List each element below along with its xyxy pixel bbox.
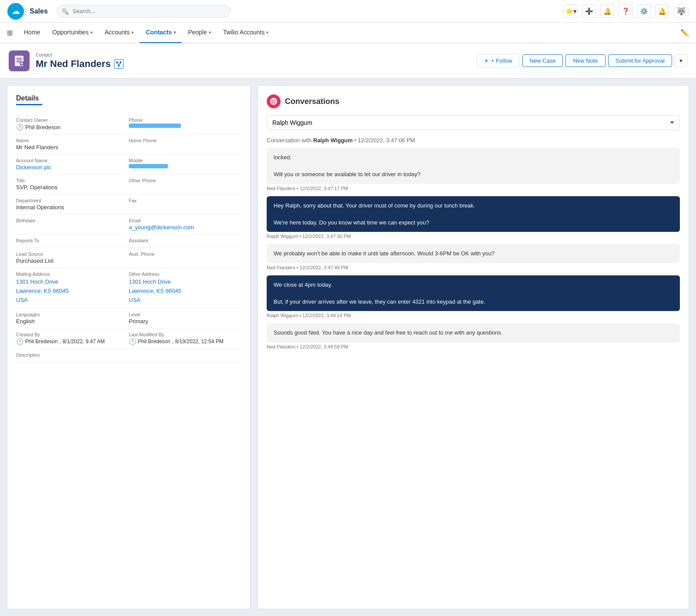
field-level: Level Primary ✏️ [129, 308, 241, 328]
record-header: Contact Mr Ned Flanders + + Follow New C… [0, 44, 696, 78]
nav-people[interactable]: People ▾ [182, 22, 217, 43]
field-fax: Fax ✏️ [129, 194, 241, 214]
content-area: Details Contact Owner 🕐 Phil Bredeson ✏️… [0, 78, 696, 616]
field-department: Department Internal Operations ✏️ [16, 194, 129, 214]
account-name-value[interactable]: Dickenson plc [16, 164, 129, 171]
field-last-modified-by: Last Modified By 🕐 Phil Bredeson, 8/19/2… [129, 328, 241, 349]
search-icon: 🔍 [62, 8, 69, 14]
level-value: Primary [129, 318, 241, 325]
contact-owner-value[interactable]: Phil Bredeson [25, 124, 60, 131]
nav-edit-icon[interactable]: ✏️ [680, 29, 689, 37]
created-by-icon: 🕐 [16, 338, 23, 345]
record-actions: + + Follow New Case New Note Submit for … [477, 54, 687, 68]
add-button[interactable]: ➕ [582, 4, 596, 18]
search-input[interactable] [57, 5, 231, 17]
created-by-link[interactable]: Phil Bredeson [25, 338, 58, 345]
message-bubble-2: Hey Ralph, sorry about that. Your driver… [267, 196, 680, 232]
phone-bar [129, 124, 181, 128]
favorites-button[interactable]: ⭐▾ [564, 4, 578, 18]
details-panel: Details Contact Owner 🕐 Phil Bredeson ✏️… [7, 85, 251, 609]
modified-by-link[interactable]: Phil Bredeson [138, 338, 171, 345]
field-contact-owner: Contact Owner 🕐 Phil Bredeson ✏️ [16, 114, 129, 134]
message-1: locked.Will you or someone be available … [267, 148, 680, 191]
conversations-title: Conversations [285, 97, 339, 106]
actions-dropdown-button[interactable]: ▾ [675, 54, 687, 67]
contact-selector[interactable]: Ralph Wiggum [267, 115, 680, 130]
message-3: We probably won't be able to make it unt… [267, 244, 680, 270]
bell-button[interactable]: 🔔 [655, 4, 669, 18]
name-value: Mr Ned Flanders [16, 144, 129, 151]
nav-accounts[interactable]: Accounts ▾ [99, 22, 140, 43]
field-title: Title SVP, Operations ✏️ [16, 174, 129, 194]
message-bubble-3: We probably won't be able to make it unt… [267, 244, 680, 263]
field-mailing-address: Mailing Address 1301 Hoch DriveLawrence,… [16, 268, 129, 308]
record-info: Contact Mr Ned Flanders [36, 52, 124, 70]
field-other-address: Other Address 1301 Hoch DriveLawrence, K… [129, 268, 241, 308]
field-phone: Phone ✏️ [129, 114, 241, 134]
field-other-phone: Other Phone ✏️ [129, 174, 241, 194]
field-birthdate: Birthdate ✏️ [16, 214, 129, 234]
message-meta-2: Ralph Wiggum • 12/2/2022, 3:47:30 PM [267, 234, 680, 239]
field-name: Name Mr Ned Flanders ✏️ [16, 134, 129, 154]
languages-value: English [16, 318, 129, 325]
grid-icon[interactable]: ⊞ [7, 29, 13, 37]
modified-by-icon: 🕐 [129, 338, 136, 345]
chevron-down-icon: ▾ [209, 30, 211, 35]
nav-opportunities[interactable]: Opportunities ▾ [46, 22, 98, 43]
field-email: Email a_young@dickenson.com ✏️ [129, 214, 241, 234]
field-asst-phone: Asst. Phone ✏️ [129, 248, 241, 268]
nav-contacts[interactable]: Contacts ▾ [140, 22, 182, 43]
record-header-left: Contact Mr Ned Flanders [9, 50, 124, 71]
field-lead-source: Lead Source Purchased List ✏️ [16, 248, 129, 268]
conversations-icon [267, 94, 281, 108]
email-value[interactable]: a_young@dickenson.com [129, 224, 241, 231]
chevron-down-icon: ▾ [266, 30, 268, 35]
field-mobile: Mobile ✏️ [129, 154, 241, 174]
help-button[interactable]: ❓ [619, 4, 632, 18]
svg-rect-9 [116, 61, 118, 63]
message-meta-1: Ned Flanders • 12/2/2022, 3:47:17 PM [267, 186, 680, 191]
plus-icon: + [484, 57, 488, 65]
follow-button[interactable]: + + Follow [477, 54, 519, 68]
search-bar: 🔍 [57, 5, 231, 17]
message-4: We close at 4pm today.But, if your drive… [267, 275, 680, 318]
conversation-with-name: Ralph Wiggum [313, 137, 353, 144]
nav-twilio-accounts[interactable]: Twilio Accounts ▾ [217, 22, 275, 43]
salesforce-logo[interactable]: ☁ [7, 3, 24, 20]
svg-rect-10 [120, 61, 121, 63]
message-bubble-5: Sounds good Ned. You have a nice day and… [267, 323, 680, 342]
field-description: Description ✏️ [16, 349, 241, 362]
field-languages: Languages English ✏️ [16, 308, 129, 328]
chevron-down-icon: ▾ [131, 30, 134, 35]
new-note-button[interactable]: New Note [566, 54, 605, 67]
new-case-button[interactable]: New Case [522, 54, 563, 67]
fields-grid: Contact Owner 🕐 Phil Bredeson ✏️ Phone ✏… [16, 114, 241, 362]
app-name: Sales [30, 7, 48, 15]
user-avatar[interactable]: 🐺 [673, 3, 689, 19]
svg-rect-11 [118, 65, 120, 67]
svg-text:☁: ☁ [12, 7, 20, 16]
field-home-phone: Home Phone ✏️ [129, 134, 241, 154]
details-underline [16, 104, 42, 105]
submit-approval-button[interactable]: Submit for Approval [608, 54, 672, 67]
message-meta-5: Ned Flanders • 12/2/2022, 3:49:59 PM [267, 344, 680, 349]
conversations-panel: Conversations Ralph Wiggum Conversation … [258, 85, 689, 609]
field-assistant: Assistant ✏️ [129, 234, 241, 248]
details-title: Details [16, 94, 241, 102]
hierarchy-icon[interactable] [114, 59, 124, 69]
nav-home[interactable]: Home [18, 22, 46, 43]
other-address-value[interactable]: 1301 Hoch DriveLawrence, KS 66045USA [129, 278, 181, 305]
field-created-by: Created By 🕐 Phil Bredeson, 8/1/2022, 9:… [16, 328, 129, 349]
message-2: Hey Ralph, sorry about that. Your driver… [267, 196, 680, 239]
notifications-button[interactable]: 🔔 [600, 4, 614, 18]
title-value: SVP, Operations [16, 184, 129, 191]
record-type-label: Contact [36, 52, 124, 57]
record-type-icon [9, 50, 30, 71]
top-navigation: ☁ Sales 🔍 ⭐▾ ➕ 🔔 ❓ ⚙️ 🔔 🐺 [0, 0, 696, 23]
settings-button[interactable]: ⚙️ [637, 4, 651, 18]
mailing-address-value[interactable]: 1301 Hoch DriveLawrence, KS 66045USA [16, 278, 69, 305]
message-bubble-1: locked.Will you or someone be available … [267, 148, 680, 184]
top-nav-right: ⭐▾ ➕ 🔔 ❓ ⚙️ 🔔 🐺 [564, 3, 689, 19]
lead-source-value: Purchased List [16, 258, 129, 264]
department-value: Internal Operations [16, 204, 129, 211]
